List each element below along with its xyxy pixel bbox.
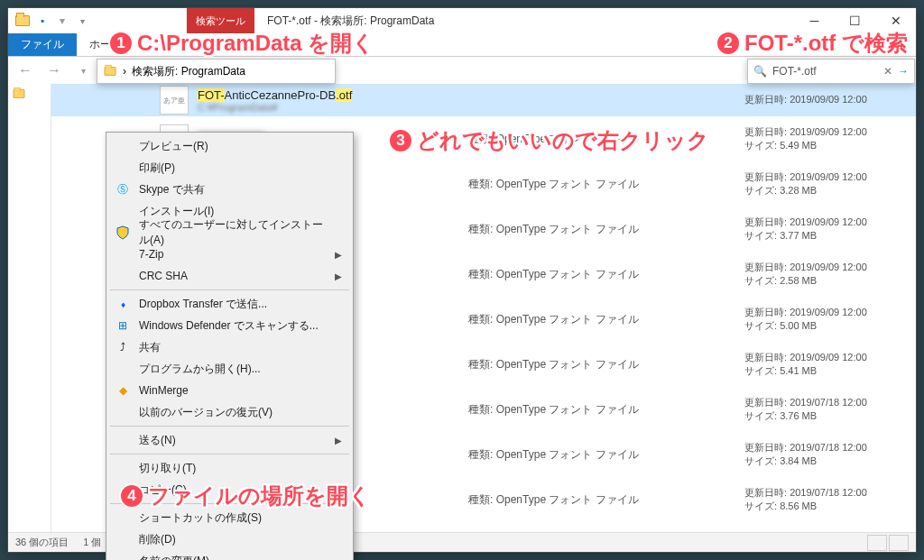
quick-access-toolbar: ▪ ▾ ▾ <box>8 12 97 30</box>
tab-home[interactable]: ホーム <box>77 33 134 56</box>
menu-delete[interactable]: 削除(D) <box>108 528 351 550</box>
menu-separator <box>110 426 349 427</box>
submenu-arrow-icon: ▶ <box>335 271 342 281</box>
address-bar[interactable]: › 検索場所: ProgramData <box>97 59 336 84</box>
search-tools-tab[interactable]: 検索ツール <box>187 8 254 33</box>
nav-tree[interactable] <box>8 84 51 532</box>
menu-crc-sha[interactable]: CRC SHA▶ <box>108 265 351 287</box>
ribbon-expand-icon[interactable]: ⌄ <box>882 33 916 56</box>
file-meta: 更新日時: 2019/09/09 12:00サイズ: 2.58 MB <box>744 261 916 289</box>
file-meta: 更新日時: 2019/09/09 12:00サイズ: 3.28 MB <box>744 170 916 198</box>
menu-create-shortcut[interactable]: ショートカットの作成(S) <box>108 507 351 528</box>
skype-icon: Ⓢ <box>116 182 130 197</box>
file-type: 種類: OpenType フォント ファイル <box>468 357 667 372</box>
ribbon-tabs: ファイル ホーム ⌄ <box>8 33 916 57</box>
file-meta: 更新日時: 2019/09/09 12:00サイズ: 5.00 MB <box>744 306 916 334</box>
qat-item[interactable]: ▪ <box>33 12 51 30</box>
menu-share[interactable]: ⤴共有 <box>108 336 351 358</box>
menu-copy[interactable]: コピー(C) <box>108 479 351 500</box>
file-type: 種類: OpenType フォント ファイル <box>468 267 667 282</box>
clear-search-icon[interactable]: ✕ <box>883 65 892 78</box>
menu-winmerge[interactable]: ◆WinMerge <box>108 380 351 401</box>
explorer-window: ▪ ▾ ▾ 検索ツール FOT-*.otf - 検索場所: ProgramDat… <box>7 7 917 553</box>
menu-preview[interactable]: プレビュー(R) <box>108 135 351 157</box>
dropbox-icon: ⬧ <box>116 297 130 311</box>
nav-forward-button[interactable]: → <box>42 59 66 82</box>
qat-dropdown-icon[interactable]: ▾ <box>73 12 91 30</box>
file-path: C:¥ProgramData¥ <box>198 102 468 113</box>
view-large-icon[interactable] <box>889 535 909 551</box>
nav-history-icon[interactable]: ▾ <box>71 59 95 82</box>
file-type: 種類: OpenType フォント ファイル <box>468 492 667 508</box>
view-switcher <box>867 535 909 551</box>
file-type: 種類: OpenType フォント ファイル <box>468 402 667 418</box>
shield-icon <box>116 225 130 240</box>
search-query-text: FOT-*.otf <box>772 65 817 78</box>
file-meta: 更新日時: 2019/07/18 12:00サイズ: 3.84 MB <box>744 441 916 469</box>
view-details-icon[interactable] <box>867 535 887 551</box>
search-icon: 🔍 <box>753 65 767 78</box>
menu-7zip[interactable]: 7-Zip▶ <box>108 243 351 265</box>
file-type: 種類: OpenType フォント ファイル <box>468 222 667 237</box>
submenu-arrow-icon: ▶ <box>335 436 342 445</box>
search-go-icon[interactable]: → <box>898 65 909 78</box>
menu-cut[interactable]: 切り取り(T) <box>108 457 351 479</box>
search-input[interactable]: 🔍 FOT-*.otf ✕ → <box>747 59 915 84</box>
file-meta: 更新日時: 2019/09/09 12:00 <box>744 93 916 106</box>
folder-icon <box>14 12 32 30</box>
minimize-button[interactable]: ─ <box>794 8 835 33</box>
breadcrumb[interactable]: 検索場所: ProgramData <box>132 64 245 79</box>
menu-defender[interactable]: ⊞Windows Defender でスキャンする... <box>108 315 351 336</box>
menu-skype-share[interactable]: ⓈSkype で共有 <box>108 179 351 200</box>
file-meta: 更新日時: 2019/09/09 12:00サイズ: 3.77 MB <box>744 216 916 243</box>
close-button[interactable]: ✕ <box>875 8 916 33</box>
nav-back-button[interactable]: ← <box>14 59 37 82</box>
file-type: 種類: OpenType フォント ファイル <box>468 312 667 327</box>
menu-open-with[interactable]: プログラムから開く(H)... <box>108 358 351 380</box>
file-name: FOT-AnticCezannePro-DB.otf <box>198 88 468 102</box>
file-meta: 更新日時: 2019/07/18 12:00サイズ: 3.76 MB <box>744 396 916 424</box>
file-type: 種類: OpenType フォント ファイル <box>468 447 667 463</box>
window-title: FOT-*.otf - 検索場所: ProgramData <box>267 14 434 29</box>
defender-icon: ⊞ <box>116 318 130 333</box>
menu-separator <box>110 289 349 290</box>
tab-file[interactable]: ファイル <box>8 33 77 56</box>
menu-dropbox[interactable]: ⬧Dropbox Transfer で送信... <box>108 293 351 315</box>
status-item-count: 36 個の項目 <box>15 536 69 549</box>
menu-rename[interactable]: 名前の変更(M) <box>108 550 351 560</box>
breadcrumb-separator: › <box>123 65 126 78</box>
tree-node[interactable] <box>8 84 51 104</box>
list-item[interactable]: あア亜 FOT-AnticCezannePro-DB.otf C:¥Progra… <box>51 84 916 116</box>
submenu-arrow-icon: ▶ <box>335 250 342 260</box>
menu-restore-previous[interactable]: 以前のバージョンの復元(V) <box>108 401 351 423</box>
file-meta: 更新日時: 2019/09/09 12:00サイズ: 5.49 MB <box>744 125 916 153</box>
menu-install-all-users[interactable]: すべてのユーザーに対してインストール(A) <box>108 222 351 243</box>
font-file-icon: あア亜 <box>160 86 189 115</box>
folder-icon <box>105 67 116 76</box>
file-meta: 更新日時: 2019/07/18 12:00サイズ: 8.56 MB <box>744 486 916 514</box>
file-type: 種類: OpenType フォント ファイル <box>468 177 667 192</box>
share-icon: ⤴ <box>116 340 130 354</box>
menu-print[interactable]: 印刷(P) <box>108 157 351 179</box>
status-selected-count: 1 個 <box>83 536 101 549</box>
titlebar: ▪ ▾ ▾ 検索ツール FOT-*.otf - 検索場所: ProgramDat… <box>8 8 916 33</box>
window-controls: ─ ☐ ✕ <box>794 8 916 33</box>
context-menu: プレビュー(R) 印刷(P) ⓈSkype で共有 インストール(I) すべての… <box>106 132 354 560</box>
file-meta: 更新日時: 2019/09/09 12:00サイズ: 5.41 MB <box>744 351 916 379</box>
file-type: 種類: OpenType フォント ファイル <box>468 132 667 147</box>
menu-send-to[interactable]: 送る(N)▶ <box>108 429 351 451</box>
menu-separator <box>110 454 349 454</box>
maximize-button[interactable]: ☐ <box>835 8 875 33</box>
qat-item[interactable]: ▾ <box>53 12 71 30</box>
winmerge-icon: ◆ <box>116 383 130 398</box>
menu-separator <box>110 503 349 504</box>
